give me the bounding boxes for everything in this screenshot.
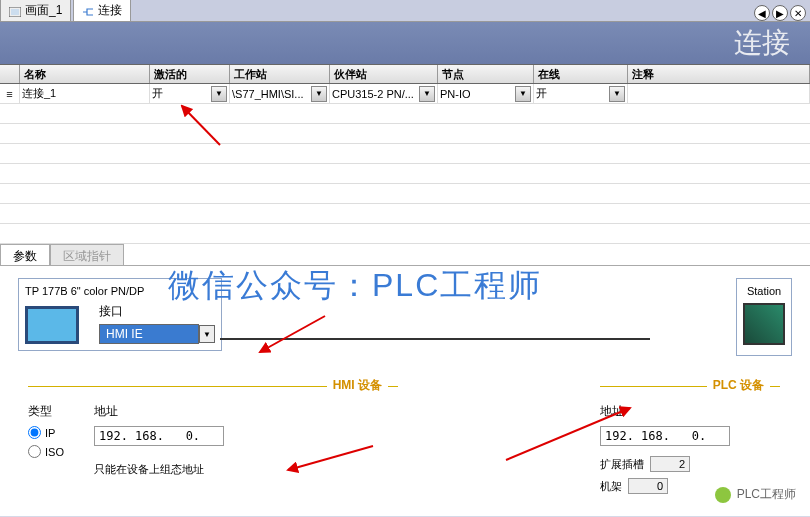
nav-prev-button[interactable]: ◀ [754, 5, 770, 21]
cell-active-value: 开 [152, 86, 163, 101]
hmi-ip-input[interactable] [94, 426, 224, 446]
cell-active[interactable]: 开 ▼ [150, 84, 230, 103]
dropdown-button[interactable]: ▼ [515, 86, 531, 102]
plc-section-title: PLC 设备 [707, 377, 770, 394]
plc-rack-input[interactable] [628, 478, 668, 494]
table-row[interactable] [0, 184, 810, 204]
header-active[interactable]: 激活的 [150, 65, 230, 83]
table-row[interactable] [0, 124, 810, 144]
plc-rack-label: 机架 [600, 479, 622, 494]
hmi-section: HMI 设备 类型 IP ISO 地址 只能在设备上组态地址 [28, 386, 398, 477]
dropdown-button[interactable]: ▼ [311, 86, 327, 102]
cell-workstation[interactable]: \S77_HMI\SI... ▼ [230, 84, 330, 103]
footer-wm-text: PLC工程师 [737, 486, 796, 503]
header-comment[interactable]: 注释 [628, 65, 810, 83]
table-row[interactable]: ≡ 连接_1 开 ▼ \S77_HMI\SI... ▼ CPU315-2 PN/… [0, 84, 810, 104]
plc-slot-input[interactable] [650, 456, 690, 472]
header-blank [0, 65, 20, 83]
station-label: Station [743, 285, 785, 297]
nav-buttons: ◀ ▶ ✕ [754, 5, 810, 21]
header-workstation[interactable]: 工作站 [230, 65, 330, 83]
tab-area-pointer[interactable]: 区域指针 [50, 244, 124, 265]
header-node[interactable]: 节点 [438, 65, 534, 83]
station-box: Station [736, 278, 792, 356]
cell-partner-value: CPU315-2 PN/... [332, 88, 414, 100]
interface-label: 接口 [99, 303, 215, 320]
hmi-screen-icon [25, 306, 79, 344]
connection-line [220, 338, 650, 340]
radio-iso-input[interactable] [28, 445, 41, 458]
header-name[interactable]: 名称 [20, 65, 150, 83]
plc-ip-input[interactable] [600, 426, 730, 446]
top-tab-bar: 画面_1 连接 ◀ ▶ ✕ [0, 0, 810, 22]
footer-watermark: PLC工程师 [715, 486, 796, 503]
table-row[interactable] [0, 224, 810, 244]
chevron-down-icon[interactable]: ▼ [199, 325, 215, 343]
hmi-section-title: HMI 设备 [327, 377, 388, 394]
header-partner[interactable]: 伙伴站 [330, 65, 438, 83]
connection-icon [82, 6, 94, 16]
list-icon: ≡ [2, 87, 17, 101]
tab-connections[interactable]: 连接 [73, 0, 131, 21]
station-icon [743, 303, 785, 345]
tab-label: 连接 [98, 2, 122, 19]
config-note: 只能在设备上组态地址 [94, 462, 224, 477]
plc-section: PLC 设备 地址 扩展插槽 机架 [600, 386, 780, 494]
grid-body: ≡ 连接_1 开 ▼ \S77_HMI\SI... ▼ CPU315-2 PN/… [0, 84, 810, 244]
screen-icon [9, 6, 21, 16]
interface-select[interactable]: HMI IE ▼ [99, 324, 215, 344]
header-online[interactable]: 在线 [534, 65, 628, 83]
cell-name[interactable]: 连接_1 [20, 84, 150, 103]
radio-iso[interactable]: ISO [28, 445, 64, 458]
plc-slot-label: 扩展插槽 [600, 457, 644, 472]
tab-params[interactable]: 参数 [0, 244, 50, 265]
grid-header: 名称 激活的 工作站 伙伴站 节点 在线 注释 [0, 64, 810, 84]
table-row[interactable] [0, 104, 810, 124]
interface-value: HMI IE [99, 324, 199, 344]
cell-partner[interactable]: CPU315-2 PN/... ▼ [330, 84, 438, 103]
bottom-tab-bar: 参数 区域指针 [0, 244, 810, 266]
hmi-device-box: TP 177B 6" color PN/DP 接口 HMI IE ▼ [18, 278, 222, 351]
nav-close-button[interactable]: ✕ [790, 5, 806, 21]
wm-logo-icon [715, 487, 731, 503]
plc-addr-label: 地址 [600, 403, 780, 420]
dropdown-button[interactable]: ▼ [211, 86, 227, 102]
table-row[interactable] [0, 144, 810, 164]
radio-iso-label: ISO [45, 446, 64, 458]
cell-comment[interactable] [628, 84, 810, 103]
type-label: 类型 [28, 403, 64, 420]
cell-online-value: 开 [536, 86, 547, 101]
row-selector[interactable]: ≡ [0, 84, 20, 103]
radio-ip-label: IP [45, 427, 55, 439]
dropdown-button[interactable]: ▼ [419, 86, 435, 102]
cell-node-value: PN-IO [440, 88, 471, 100]
cell-online[interactable]: 开 ▼ [534, 84, 628, 103]
params-panel: TP 177B 6" color PN/DP 接口 HMI IE ▼ Stati… [0, 266, 810, 516]
svg-rect-1 [11, 9, 19, 15]
nav-next-button[interactable]: ▶ [772, 5, 788, 21]
page-title: 连接 [0, 22, 810, 64]
radio-ip-input[interactable] [28, 426, 41, 439]
dropdown-button[interactable]: ▼ [609, 86, 625, 102]
table-row[interactable] [0, 164, 810, 184]
cell-workstation-value: \S77_HMI\SI... [232, 88, 304, 100]
cell-node[interactable]: PN-IO ▼ [438, 84, 534, 103]
device-name: TP 177B 6" color PN/DP [25, 285, 215, 297]
tab-screen1[interactable]: 画面_1 [0, 0, 71, 21]
addr-label: 地址 [94, 403, 224, 420]
tab-label: 画面_1 [25, 2, 62, 19]
table-row[interactable] [0, 204, 810, 224]
radio-ip[interactable]: IP [28, 426, 64, 439]
